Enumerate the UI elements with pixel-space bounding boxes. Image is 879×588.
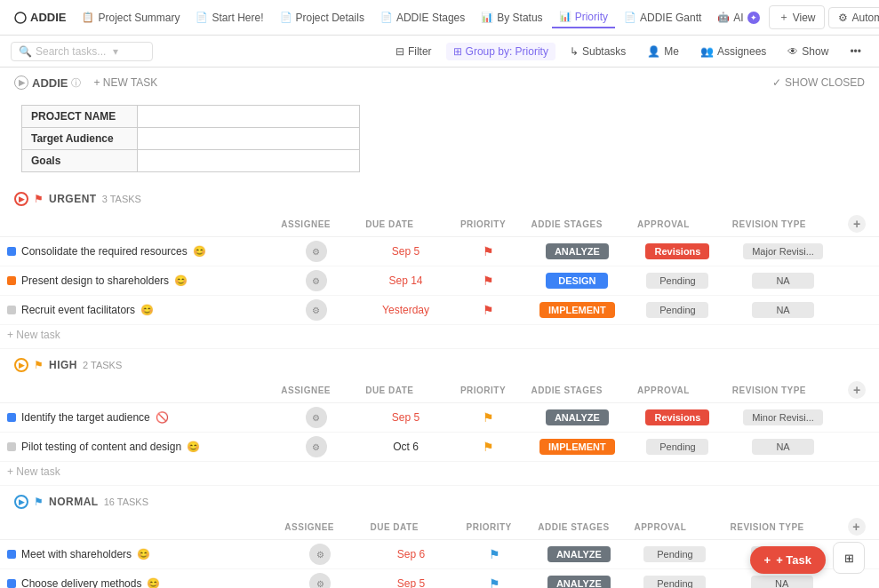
priority-flag-icon: ⚑ <box>489 547 500 561</box>
normal-section: ▶ ⚑ NORMAL 16 TASKS ASSIGNEE DUE DATE PR… <box>0 489 879 588</box>
tab-by-status[interactable]: 📊 By Status <box>474 8 549 28</box>
task-label[interactable]: Choose delivery methods <box>21 577 141 588</box>
target-audience-value[interactable] <box>138 128 360 150</box>
me-icon: 👤 <box>647 45 660 58</box>
add-column-button[interactable]: + <box>848 518 866 536</box>
new-task-cell: + New task <box>0 462 879 486</box>
tab-icon: 📄 <box>280 12 292 23</box>
new-task-inline-button[interactable]: + New task <box>7 465 60 478</box>
new-task-button[interactable]: + NEW TASK <box>88 75 163 91</box>
urgent-section: ▶ ⚑ URGENT 3 TASKS ASSIGNEE DUE DATE PRI… <box>0 187 879 349</box>
me-button[interactable]: 👤 Me <box>640 43 686 60</box>
tab-ai[interactable]: 🤖 AI ✦ <box>710 8 766 28</box>
view-button[interactable]: ＋ View <box>769 5 826 29</box>
tab-start-here[interactable]: 📄 Start Here! <box>188 8 270 28</box>
approval-cell: Pending <box>630 266 725 296</box>
addie-title: ▶ ADDIE ⓘ <box>14 75 81 90</box>
assignee-cell: ⚙ <box>274 266 358 296</box>
due-date-cell: Sep 5 <box>363 569 459 589</box>
more-button[interactable]: ••• <box>843 43 868 60</box>
task-emoji: 😊 <box>140 304 154 316</box>
row-add-cell <box>841 266 879 296</box>
table-row: Pilot testing of content and design 😊 ⚙ … <box>0 433 879 462</box>
task-emoji: 😊 <box>193 245 206 258</box>
search-placeholder: Search tasks... <box>36 45 106 58</box>
tab-icon: 📄 <box>196 12 208 23</box>
assignees-button[interactable]: 👥 Assignees <box>693 43 773 60</box>
approval-cell: Revisions <box>630 237 725 266</box>
approval-badge: Pending <box>643 576 706 588</box>
tab-addie-stages[interactable]: 📄 ADDIE Stages <box>373 8 472 28</box>
task-label[interactable]: Consolidate the required resources <box>21 245 188 258</box>
task-label[interactable]: Present design to shareholders <box>21 274 169 287</box>
group-by-button[interactable]: ⊞ Group by: Priority <box>446 43 555 60</box>
assignee-cell: ⚙ <box>274 296 358 325</box>
add-column-button[interactable]: + <box>848 215 866 233</box>
search-box[interactable]: 🔍 Search tasks... ▾ <box>11 42 153 61</box>
show-closed-button[interactable]: ✓ SHOW CLOSED <box>772 76 865 89</box>
stage-badge: ANALYZE <box>546 243 609 259</box>
approval-badge: Revisions <box>645 409 709 425</box>
task-emoji: 😊 <box>187 441 200 453</box>
rev-type-cell: NA <box>725 296 841 325</box>
task-name: Identify the target audience 🚫 <box>7 411 267 424</box>
high-label: HIGH <box>49 359 77 371</box>
normal-header[interactable]: ▶ ⚑ NORMAL 16 TASKS <box>0 489 879 514</box>
task-emoji: 😊 <box>174 274 188 287</box>
priority-cell: ⚑ <box>453 266 524 296</box>
urgent-header[interactable]: ▶ ⚑ URGENT 3 TASKS <box>0 187 879 211</box>
task-dot <box>7 550 16 559</box>
add-task-fab[interactable]: + + Task <box>750 546 826 574</box>
priority-cell: ⚑ <box>459 569 531 589</box>
plus-icon: + <box>764 553 771 567</box>
tab-icon: 📊 <box>481 12 493 23</box>
tab-addie-gantt[interactable]: 📄 ADDIE Gantt <box>617 8 708 28</box>
grid-icon: ⊞ <box>844 552 854 565</box>
due-date-cell: Sep 6 <box>363 540 459 569</box>
emoji-grid-button[interactable]: ⊞ <box>833 542 865 574</box>
task-dot <box>7 413 16 422</box>
tab-priority[interactable]: 📊 Priority <box>552 7 615 28</box>
new-task-inline-button[interactable]: + New task <box>7 329 60 341</box>
tab-project-details[interactable]: 📄 Project Details <box>273 8 372 28</box>
task-dot <box>7 306 16 314</box>
tab-project-summary[interactable]: 📋 Project Summary <box>75 8 187 28</box>
project-table: PROJECT NAME Target Audience Goals <box>21 105 360 172</box>
check-icon: ✓ <box>772 76 781 89</box>
task-label[interactable]: Pilot testing of content and design <box>21 441 181 453</box>
project-name-value[interactable] <box>138 106 360 128</box>
approval-cell: Pending <box>630 296 725 325</box>
tab-label: Project Details <box>296 12 364 24</box>
goals-value[interactable] <box>138 150 360 172</box>
high-circle: ▶ <box>14 358 28 372</box>
task-label[interactable]: Recruit event facilitators <box>21 304 135 316</box>
subtasks-button[interactable]: ↳ Subtasks <box>563 43 633 60</box>
high-header[interactable]: ▶ ⚑ HIGH 2 TASKS <box>0 353 879 377</box>
filter-button[interactable]: ⊟ Filter <box>388 43 439 60</box>
stage-badge: DESIGN <box>546 273 608 289</box>
assignee-cell: ⚙ <box>277 569 363 589</box>
task-name: Recruit event facilitators 😊 <box>7 304 267 316</box>
automate-button[interactable]: ⚙ Automate ▾ <box>828 7 879 28</box>
task-label[interactable]: Meet with shareholders <box>21 548 132 560</box>
show-button[interactable]: 👁 Show <box>780 43 835 60</box>
priority-cell: ⚑ <box>453 433 524 462</box>
tab-label: AI <box>733 12 743 24</box>
group-icon: ⊞ <box>453 45 462 58</box>
subtasks-icon: ↳ <box>570 45 579 58</box>
task-label[interactable]: Identify the target audience <box>21 411 150 424</box>
approval-badge: Pending <box>643 546 706 562</box>
add-column-button[interactable]: + <box>848 381 866 399</box>
task-name: Consolidate the required resources 😊 <box>7 245 267 258</box>
tab-label: ADDIE Gantt <box>640 12 701 24</box>
task-name: Choose delivery methods 😊 <box>7 577 270 588</box>
show-label: Show <box>802 45 828 58</box>
tab-icon: 📄 <box>624 12 636 23</box>
approval-badge: Revisions <box>645 243 709 259</box>
priority-flag-icon: ⚑ <box>483 303 494 317</box>
rev-type-badge: Major Revisi... <box>743 243 823 259</box>
row-add-cell <box>841 296 879 325</box>
due-date: Sep 6 <box>397 548 425 560</box>
row-add-cell <box>841 237 879 266</box>
collapse-icon[interactable]: ▶ <box>14 75 28 90</box>
